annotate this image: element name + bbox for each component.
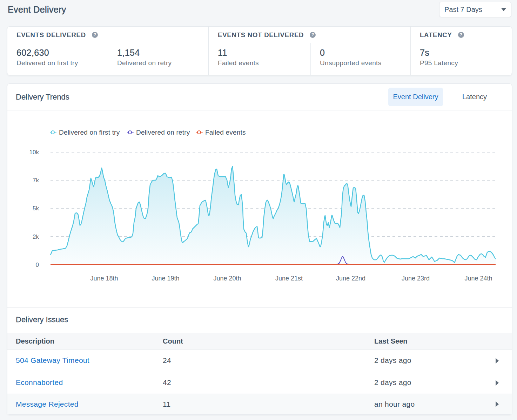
svg-text:June 21st: June 21st <box>275 275 303 282</box>
svg-text:5k: 5k <box>33 205 39 212</box>
svg-text:June 24th: June 24th <box>464 275 492 282</box>
svg-text:7k: 7k <box>33 177 39 184</box>
svg-text:June 20th: June 20th <box>213 275 241 282</box>
svg-text:June 23rd: June 23rd <box>402 275 430 282</box>
svg-text:June 19th: June 19th <box>152 275 179 282</box>
svg-text:0: 0 <box>36 262 39 268</box>
svg-text:2k: 2k <box>33 233 39 240</box>
svg-text:June 22nd: June 22nd <box>336 275 365 282</box>
svg-text:10k: 10k <box>29 149 39 156</box>
svg-text:June 18th: June 18th <box>90 275 118 282</box>
